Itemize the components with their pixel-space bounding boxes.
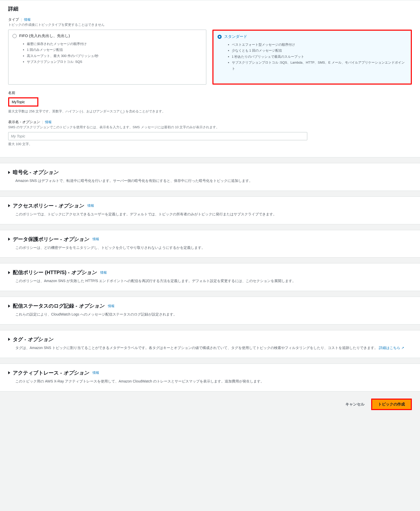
type-label: タイプ	[8, 17, 19, 22]
section-data-protection: データ保護ポリシー - オプション 情報 このポリシーは、どの機密データをモニタ…	[0, 230, 420, 258]
section-encryption: 暗号化 - オプション Amazon SNS はデフォルトで、転送中に暗号化を行…	[0, 163, 420, 191]
display-name-field: 表示名 - オプション | 情報 SMS のサブスクリプションでこのトピックを使…	[8, 120, 412, 146]
type-desc: トピックの作成後にトピックタイプを変更することはできません	[8, 22, 412, 27]
fifo-bullet: 1 回のみメッセージ配信	[27, 47, 202, 53]
section-access-policy-desc: このポリシーでは、トピックにアクセスできるユーザーを定義します。デフォルトでは、…	[8, 211, 412, 217]
type-option-fifo[interactable]: FIFO (先入れ先出し、先出し) 厳密に保存されたメッセージの順序付け 1 回…	[8, 30, 206, 85]
label-divider: |	[42, 120, 43, 124]
section-encryption-title: 暗号化 - オプション	[13, 169, 58, 176]
fifo-bullet-list: 厳密に保存されたメッセージの順序付け 1 回のみメッセージ配信 高スループット、…	[13, 41, 202, 65]
fifo-bullet: サブスクリプションプロトコル: SQS	[27, 59, 202, 65]
caret-right-icon	[8, 238, 10, 241]
create-button-highlight-box: トピックの作成	[371, 399, 412, 410]
section-delivery-status-info-link[interactable]: 情報	[108, 304, 115, 308]
type-radio-group: FIFO (先入れ先出し、先出し) 厳密に保存されたメッセージの順序付け 1 回…	[8, 30, 412, 85]
name-hint: 最大文字数は 256 文字です。英数字、ハイフン (-)、およびアンダースコア …	[8, 109, 412, 114]
section-delivery-policy-info-link[interactable]: 情報	[100, 270, 107, 275]
fifo-label: FIFO (先入れ先出し、先出し)	[19, 33, 70, 38]
caret-right-icon	[8, 204, 10, 207]
type-info-link[interactable]: 情報	[24, 17, 31, 22]
type-option-standard[interactable]: スタンダード ベストエフォート型メッセージの順序付け 少なくとも 1 回のメッセ…	[212, 30, 412, 85]
section-access-policy-header[interactable]: アクセスポリシー - オプション 情報	[8, 202, 412, 209]
display-name-info-link[interactable]: 情報	[45, 120, 52, 124]
name-input-highlight-box	[8, 97, 38, 107]
caret-right-icon	[8, 271, 10, 274]
section-active-trace: アクティブトレース - オプション 情報 このトピック用の AWS X-Ray …	[0, 364, 420, 391]
name-input[interactable]	[9, 98, 37, 106]
standard-label: スタンダード	[224, 34, 247, 39]
section-active-trace-header[interactable]: アクティブトレース - オプション 情報	[8, 369, 412, 376]
section-delivery-policy: 配信ポリシー (HTTP/S) - オプション 情報 このポリシーは、Amazo…	[0, 263, 420, 291]
section-data-protection-header[interactable]: データ保護ポリシー - オプション 情報	[8, 236, 412, 243]
caret-right-icon	[8, 338, 10, 341]
radio-icon	[218, 35, 222, 39]
caret-right-icon	[8, 371, 10, 374]
section-encryption-header[interactable]: 暗号化 - オプション	[8, 169, 412, 176]
type-label-row: タイプ | 情報	[8, 17, 412, 22]
display-name-hint: 最大 100 文字。	[8, 142, 412, 146]
section-data-protection-info-link[interactable]: 情報	[93, 237, 99, 241]
name-label: 名前	[8, 91, 15, 95]
caret-right-icon	[8, 171, 10, 174]
display-name-input[interactable]	[8, 132, 307, 140]
standard-bullet-list: ベストエフォート型メッセージの順序付け 少なくとも 1 回のメッセージ配信 1 …	[218, 42, 407, 72]
cancel-button[interactable]: キャンセル	[343, 399, 367, 409]
tags-learn-more-link[interactable]: 詳細はこちら ↗	[379, 346, 404, 350]
section-delivery-status: 配信ステータスのログ記録 - オプション 情報 これらの設定により、CloudW…	[0, 297, 420, 324]
caret-right-icon	[8, 305, 10, 308]
section-access-policy-info-link[interactable]: 情報	[87, 203, 94, 208]
section-delivery-policy-header[interactable]: 配信ポリシー (HTTP/S) - オプション 情報	[8, 269, 412, 276]
details-panel: 詳細 タイプ | 情報 トピックの作成後にトピックタイプを変更することはできませ…	[0, 0, 420, 157]
standard-bullet: 少なくとも 1 回のメッセージ配信	[232, 48, 407, 53]
section-tags-title: タグ - オプション	[13, 336, 53, 343]
details-heading: 詳細	[8, 5, 412, 12]
type-field: タイプ | 情報 トピックの作成後にトピックタイプを変更することはできません F…	[8, 17, 412, 85]
fifo-bullet: 厳密に保存されたメッセージの順序付け	[27, 41, 202, 47]
name-field: 名前 最大文字数は 256 文字です。英数字、ハイフン (-)、およびアンダース…	[8, 91, 412, 114]
section-tags-header[interactable]: タグ - オプション	[8, 336, 412, 343]
section-access-policy: アクセスポリシー - オプション 情報 このポリシーでは、トピックにアクセスでき…	[0, 196, 420, 224]
display-name-label: 表示名 - オプション	[8, 120, 40, 124]
section-data-protection-desc: このポリシーは、どの機密データをモニタリングし、トピックを介してやり取りされない…	[8, 245, 412, 251]
radio-icon	[13, 34, 17, 38]
section-access-policy-title: アクセスポリシー - オプション	[13, 202, 84, 209]
section-data-protection-title: データ保護ポリシー - オプション	[13, 236, 89, 243]
standard-bullet: サブスクリプションプロトコル :SQS、Lambda、HTTP、SMS、E メー…	[232, 60, 407, 72]
display-name-desc: SMS のサブスクリプションでこのトピックを使用するには、表示名を入力します。S…	[8, 125, 412, 130]
section-delivery-status-header[interactable]: 配信ステータスのログ記録 - オプション 情報	[8, 303, 412, 309]
external-link-icon: ↗	[401, 346, 404, 350]
section-delivery-policy-desc: このポリシーは、Amazon SNS が失敗した HTTP/S エンドポイントへ…	[8, 278, 412, 284]
section-delivery-policy-title: 配信ポリシー (HTTP/S) - オプション	[13, 269, 97, 276]
section-delivery-status-desc: これらの設定により、CloudWatch Logs へのメッセージ配信ステータス…	[8, 311, 412, 318]
create-topic-button[interactable]: トピックの作成	[372, 400, 411, 409]
section-encryption-desc: Amazon SNS はデフォルトで、転送中に暗号化を行います。サーバー側の暗号…	[8, 178, 412, 184]
section-tags: タグ - オプション タグは、Amazon SNS トピックに割り当てることがで…	[0, 330, 420, 358]
name-input-full-border	[8, 97, 307, 106]
label-divider: |	[21, 18, 22, 22]
standard-bullet: 1 秒あたりのパブリッシュで最高のスループット	[232, 54, 407, 60]
section-delivery-status-title: 配信ステータスのログ記録 - オプション	[13, 303, 104, 309]
section-active-trace-desc: このトピック用の AWS X-Ray アクティブトレースを使用して、Amazon…	[8, 378, 412, 385]
footer-actions: キャンセル トピックの作成	[0, 391, 420, 418]
section-tags-desc: タグは、Amazon SNS トピックに割り当てることができるメタデータラベルで…	[8, 345, 412, 351]
standard-bullet: ベストエフォート型メッセージの順序付け	[232, 42, 407, 48]
section-active-trace-info-link[interactable]: 情報	[93, 370, 99, 375]
section-active-trace-title: アクティブトレース - オプション	[13, 369, 89, 376]
fifo-bullet: 高スループット、最大 300 件のパブリッシュ/秒	[27, 53, 202, 59]
